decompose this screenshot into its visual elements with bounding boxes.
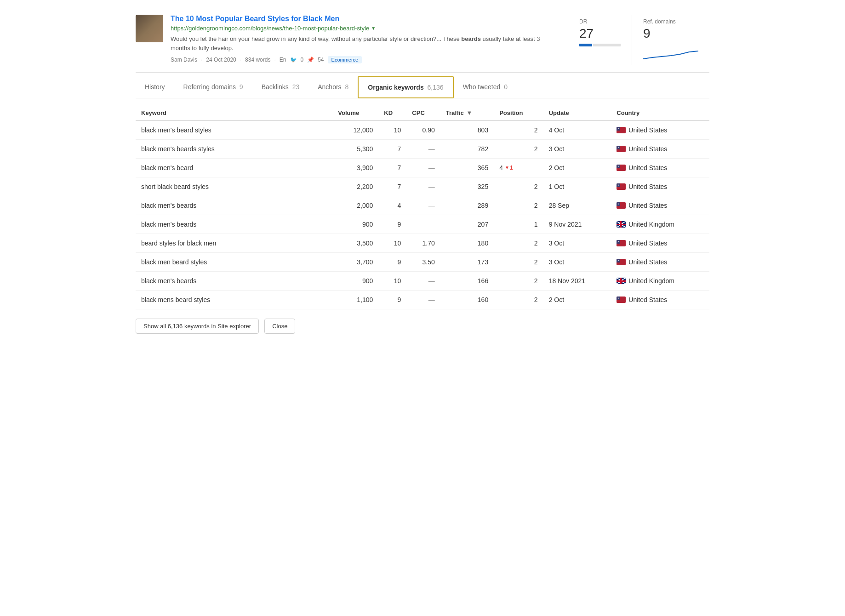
page-container: The 10 Most Popular Beard Styles for Bla… — [128, 0, 717, 350]
volume-cell: 1,100 — [332, 290, 378, 309]
cpc-cell: 3.50 — [406, 252, 440, 271]
position-cell: 2 — [494, 290, 543, 309]
tab-organic-keywords-count: 6,136 — [428, 84, 444, 91]
article-thumbnail — [136, 15, 163, 42]
cpc-cell: — — [406, 271, 440, 290]
kd-cell: 9 — [378, 215, 406, 234]
position-change-value: 1 — [510, 165, 513, 171]
update-cell: 2 Oct — [543, 290, 611, 309]
col-header-country[interactable]: Country — [611, 106, 709, 120]
show-all-button[interactable]: Show all 6,136 keywords in Site explorer — [136, 319, 259, 334]
url-dropdown-icon[interactable]: ▼ — [371, 26, 376, 31]
kd-cell: 9 — [378, 290, 406, 309]
tab-organic-keywords[interactable]: Organic keywords 6,136 — [358, 76, 453, 98]
country-name: United States — [628, 296, 667, 303]
keyword-cell: black men's beard styles — [136, 120, 332, 140]
volume-cell: 900 — [332, 215, 378, 234]
article-description: Would you let the hair on your head grow… — [171, 34, 560, 52]
cpc-cell: 1.70 — [406, 234, 440, 252]
tab-referring-domains[interactable]: Referring domains 9 — [174, 77, 252, 98]
us-flag-icon — [617, 259, 626, 265]
country-cell: United States — [611, 158, 709, 177]
position-cell: 2 — [494, 177, 543, 196]
keyword-cell: short black beard styles — [136, 177, 332, 196]
update-cell: 2 Oct — [543, 158, 611, 177]
kd-cell: 10 — [378, 120, 406, 140]
update-cell: 9 Nov 2021 — [543, 215, 611, 234]
tabs-container: History Referring domains 9 Backlinks 23… — [136, 76, 709, 98]
ecommerce-tag: Ecommerce — [328, 56, 362, 63]
traffic-sort-icon: ▼ — [466, 109, 472, 116]
kd-cell: 7 — [378, 158, 406, 177]
keyword-cell: black men's beards — [136, 215, 332, 234]
update-cell: 28 Sep — [543, 196, 611, 215]
dr-value: 27 — [579, 27, 621, 41]
col-header-volume[interactable]: Volume — [332, 106, 378, 120]
tab-anchors-label: Anchors — [318, 83, 341, 91]
article-url-text[interactable]: https://goldengroomingco.com/blogs/news/… — [171, 25, 369, 32]
us-flag-icon — [617, 183, 626, 190]
country-container: United Kingdom — [617, 221, 704, 228]
bar-filled — [579, 44, 592, 46]
col-header-position[interactable]: Position — [494, 106, 543, 120]
tab-backlinks[interactable]: Backlinks 23 — [252, 77, 309, 98]
tab-anchors[interactable]: Anchors 8 — [308, 77, 358, 98]
keyword-cell: black men's beard — [136, 158, 332, 177]
country-container: United States — [617, 296, 704, 303]
tab-history-label: History — [145, 83, 165, 91]
table-row: black men's beard3,9007—365 4 ▼ 1 2 Oct … — [136, 158, 709, 177]
country-cell: United Kingdom — [611, 215, 709, 234]
close-button[interactable]: Close — [264, 319, 295, 334]
meta-sep3: · — [274, 57, 275, 63]
table-row: black mens beard styles1,1009—16022 Oct … — [136, 290, 709, 309]
update-cell: 4 Oct — [543, 120, 611, 140]
cpc-cell: — — [406, 139, 440, 158]
tab-history[interactable]: History — [136, 77, 174, 98]
country-name: United States — [628, 183, 667, 190]
update-cell: 3 Oct — [543, 252, 611, 271]
tab-referring-domains-label: Referring domains — [183, 83, 236, 91]
col-header-traffic[interactable]: Traffic ▼ — [440, 106, 494, 120]
bar-empty — [593, 44, 621, 46]
position-value: 4 — [499, 164, 503, 171]
volume-cell: 900 — [332, 271, 378, 290]
table-row: short black beard styles2,2007—32521 Oct… — [136, 177, 709, 196]
col-header-cpc[interactable]: CPC — [406, 106, 440, 120]
us-flag-icon — [617, 165, 626, 171]
volume-cell: 3,700 — [332, 252, 378, 271]
traffic-cell: 289 — [440, 196, 494, 215]
uk-flag-icon — [617, 221, 626, 228]
position-cell: 2 — [494, 252, 543, 271]
traffic-cell: 207 — [440, 215, 494, 234]
traffic-cell: 180 — [440, 234, 494, 252]
country-container: United States — [617, 145, 704, 153]
country-name: United States — [628, 240, 667, 247]
meta-lang: En — [280, 57, 286, 63]
kd-cell: 10 — [378, 271, 406, 290]
keyword-cell: black men's beards styles — [136, 139, 332, 158]
col-header-update[interactable]: Update — [543, 106, 611, 120]
traffic-cell: 803 — [440, 120, 494, 140]
country-name: United States — [628, 164, 667, 171]
volume-cell: 12,000 — [332, 120, 378, 140]
ref-domains-value: 9 — [643, 27, 698, 41]
article-info: The 10 Most Popular Beard Styles for Bla… — [171, 15, 560, 63]
traffic-cell: 166 — [440, 271, 494, 290]
col-header-kd[interactable]: KD — [378, 106, 406, 120]
article-header: The 10 Most Popular Beard Styles for Bla… — [136, 7, 709, 73]
meta-twitter-icon: 🐦 — [290, 57, 297, 63]
country-container: United Kingdom — [617, 277, 704, 285]
dr-label: DR — [579, 18, 621, 25]
bottom-actions: Show all 6,136 keywords in Site explorer… — [136, 319, 709, 343]
kd-cell: 10 — [378, 234, 406, 252]
country-name: United States — [628, 126, 667, 134]
country-name: United States — [628, 145, 667, 153]
tab-who-tweeted-label: Who tweeted — [463, 83, 501, 91]
article-title[interactable]: The 10 Most Popular Beard Styles for Bla… — [171, 15, 560, 23]
country-cell: United States — [611, 290, 709, 309]
dr-metric: DR 27 — [568, 15, 632, 65]
tab-backlinks-label: Backlinks — [262, 83, 289, 91]
country-container: United States — [617, 258, 704, 266]
tab-who-tweeted[interactable]: Who tweeted 0 — [454, 77, 517, 98]
update-cell: 1 Oct — [543, 177, 611, 196]
